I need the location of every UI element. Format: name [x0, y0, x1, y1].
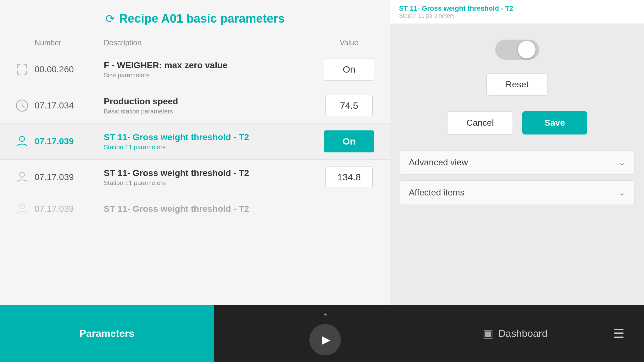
bottom-center: ⌃ ▶: [214, 312, 436, 355]
dashboard-button[interactable]: ▣ Dashboard: [436, 327, 594, 340]
toggle-knob: [518, 41, 536, 58]
main-panel: ⟳ Recipe A01 basic parameters Number Des…: [0, 0, 390, 305]
row-description: ST 11- Gross weight threshold - T2 Stati…: [104, 132, 318, 151]
row-number: 07.17.039: [35, 204, 104, 214]
toggle-switch[interactable]: Off: [495, 40, 539, 60]
clock-icon: [9, 99, 35, 112]
row-value: On: [318, 58, 380, 81]
row-title: F - WEIGHER: max zero value: [104, 60, 318, 70]
row-title: Production speed: [104, 96, 318, 107]
advanced-view-section: Advanced view ⌄: [400, 150, 635, 175]
page-title-bar: ⟳ Recipe A01 basic parameters: [0, 6, 390, 31]
affected-items-section: Affected items ⌄: [400, 180, 635, 205]
reset-button-wrap: Reset: [390, 69, 644, 108]
person-icon-faded: [9, 170, 35, 184]
row-description: ST 11- Gross weight threshold - T2 Stati…: [104, 168, 318, 187]
affected-items-chevron-icon: ⌄: [619, 188, 625, 198]
dashboard-label: Dashboard: [498, 328, 548, 339]
row-subtitle: Station 11 parameters: [104, 179, 318, 187]
row-subtitle: Size parameters: [104, 72, 318, 79]
svg-line-10: [22, 106, 25, 107]
toggle-section: Off: [390, 24, 644, 69]
affected-items-label: Affected items: [409, 188, 464, 198]
row-value: 74.5: [318, 95, 380, 116]
affected-items-header[interactable]: Affected items ⌄: [400, 181, 634, 205]
svg-point-11: [19, 136, 25, 141]
row-number: 07.17.034: [35, 101, 104, 111]
action-buttons: Cancel Save: [390, 108, 644, 150]
menu-icon: ☰: [613, 326, 625, 341]
dashboard-icon: ▣: [483, 327, 493, 340]
breadcrumb-sub: Station 11 parameters: [399, 13, 635, 19]
breadcrumb-title: ST 11- Gross weight threshold - T2: [399, 4, 635, 13]
advanced-view-label: Advanced view: [409, 157, 468, 167]
col-header-number: Number: [35, 38, 104, 47]
reset-button[interactable]: Reset: [486, 74, 548, 96]
save-button[interactable]: Save: [522, 111, 587, 134]
svg-point-13: [19, 204, 25, 209]
right-header: ST 11- Gross weight threshold - T2 Stati…: [390, 0, 644, 24]
row-title: ST 11- Gross weight threshold - T2: [104, 204, 318, 214]
row-title-teal: ST 11- Gross weight threshold - T2: [104, 132, 318, 142]
row-number-teal: 07.17.039: [35, 136, 104, 146]
row-subtitle: Basic station parameters: [104, 108, 318, 115]
menu-button[interactable]: ☰: [594, 326, 644, 341]
row-value: On: [318, 130, 380, 152]
table-row: 00.00.260 F - WEIGHER: max zero value Si…: [0, 51, 390, 88]
value-display: 74.5: [325, 95, 373, 116]
col-header-value: Value: [318, 38, 380, 47]
chevron-up-icon: ⌃: [322, 312, 329, 322]
play-icon: ▶: [322, 333, 330, 346]
value-display: 134.8: [325, 167, 373, 188]
expand-icon[interactable]: [9, 63, 35, 76]
person-icon-teal: [9, 134, 35, 148]
row-description: ST 11- Gross weight threshold - T2: [104, 204, 318, 214]
value-on-button[interactable]: On: [324, 58, 374, 81]
cancel-button[interactable]: Cancel: [447, 111, 513, 134]
table-row-faded: 07.17.039 ST 11- Gross weight threshold …: [0, 195, 390, 223]
table-header: Number Description Value: [0, 35, 390, 51]
play-button-wrap: ⌃ ▶: [309, 312, 341, 355]
table-row-active: 07.17.039 ST 11- Gross weight threshold …: [0, 123, 390, 160]
row-number: 00.00.260: [35, 64, 104, 74]
row-subtitle-teal: Station 11 parameters: [104, 144, 318, 151]
advanced-view-header[interactable]: Advanced view ⌄: [400, 151, 634, 174]
row-description: Production speed Basic station parameter…: [104, 96, 318, 115]
svg-point-12: [19, 172, 25, 177]
row-description: F - WEIGHER: max zero value Size paramet…: [104, 60, 318, 79]
right-panel: ST 11- Gross weight threshold - T2 Stati…: [390, 0, 644, 305]
advanced-view-chevron-icon: ⌄: [619, 158, 625, 167]
bottom-nav-label: Parameters: [80, 328, 134, 339]
row-title: ST 11- Gross weight threshold - T2: [104, 168, 318, 178]
play-button[interactable]: ▶: [309, 324, 341, 355]
parameters-table: Number Description Value 00.00.260: [0, 35, 390, 223]
recipe-icon: ⟳: [105, 12, 115, 25]
person-icon-faded: [9, 202, 35, 216]
page-title: Recipe A01 basic parameters: [119, 12, 285, 25]
row-value: 134.8: [318, 167, 380, 188]
col-header-description: Description: [104, 38, 318, 47]
bottom-toolbar: Parameters ⌃ ▶ ▣ Dashboard ☰: [0, 305, 644, 362]
value-on-button-filled[interactable]: On: [324, 130, 374, 152]
col-header-icon: [9, 38, 35, 47]
bottom-nav-button[interactable]: Parameters: [0, 305, 214, 362]
table-row: 07.17.034 Production speed Basic station…: [0, 88, 390, 123]
table-row: 07.17.039 ST 11- Gross weight threshold …: [0, 160, 390, 195]
row-number: 07.17.039: [35, 172, 104, 182]
